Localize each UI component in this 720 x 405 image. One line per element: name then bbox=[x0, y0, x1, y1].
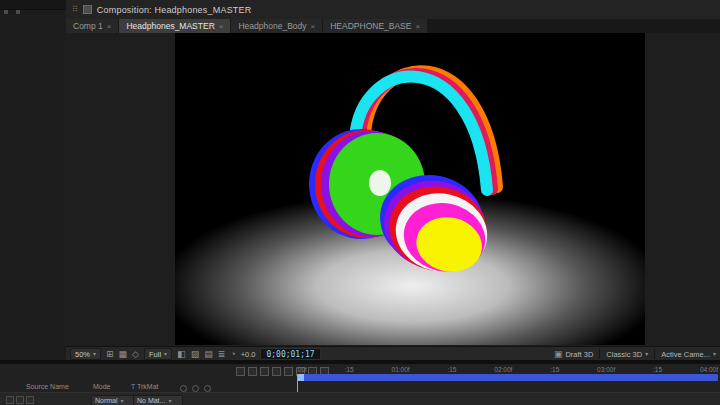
timecode-value: 0;00;01;17 bbox=[266, 350, 314, 359]
close-icon[interactable]: × bbox=[415, 22, 420, 31]
track-matte-dropdown[interactable]: No Mat... ▾ bbox=[133, 395, 183, 405]
magnification-value: 50% bbox=[75, 350, 90, 359]
composition-panel-header: ⠿ Composition: Headphones_MASTER bbox=[66, 0, 720, 19]
camera-value: Active Came... bbox=[661, 350, 710, 359]
ruler-tick-label: :15 bbox=[447, 366, 456, 373]
cube-icon: ▣ bbox=[554, 348, 563, 360]
fast-previews-icon[interactable]: ≣ bbox=[218, 348, 226, 360]
exposure-value[interactable]: +0.0 bbox=[241, 350, 256, 359]
ruler-tick-label: 01:00f bbox=[392, 366, 410, 373]
draft-3d-label: Draft 3D bbox=[565, 350, 593, 359]
tab-comp-1[interactable]: Comp 1 × bbox=[66, 19, 118, 33]
headphones-render bbox=[175, 33, 645, 345]
tab-label: HEADPHONE_BASE bbox=[330, 21, 411, 31]
layer-visibility-icon[interactable] bbox=[6, 396, 14, 404]
ruler-tick-label: :00f bbox=[296, 366, 307, 373]
close-icon[interactable]: × bbox=[107, 22, 112, 31]
trkmat-header[interactable]: T TrkMat bbox=[131, 383, 158, 390]
chevron-down-icon: ▾ bbox=[121, 398, 124, 404]
exposure-icon[interactable]: ◔ bbox=[230, 348, 235, 360]
magnification-dropdown[interactable]: 50% ▾ bbox=[70, 348, 101, 360]
ruler-tick-label: 04:00f bbox=[700, 366, 718, 373]
panel-grip-icon: ⠿ bbox=[72, 6, 78, 14]
ruler-tick-label: :15 bbox=[345, 366, 354, 373]
composition-icon bbox=[83, 5, 92, 14]
time-ruler[interactable]: :00f :15 01:00f :15 02:00f :15 03:00f :1… bbox=[296, 366, 718, 373]
timeline-option-icon[interactable] bbox=[272, 367, 281, 376]
transparency-grid-icon[interactable]: ▨ bbox=[191, 348, 200, 360]
tab-label: Headphone_Body bbox=[238, 21, 306, 31]
timeline-option-icon[interactable] bbox=[260, 367, 269, 376]
renderer-dropdown[interactable]: Classic 3D ▾ bbox=[606, 350, 648, 359]
project-panel-tab-strip bbox=[0, 0, 66, 10]
panel-grip-icon bbox=[16, 10, 20, 14]
chevron-down-icon: ▾ bbox=[164, 351, 167, 357]
mode-header[interactable]: Mode bbox=[93, 383, 111, 390]
blend-mode-value: Normal bbox=[95, 397, 118, 404]
playhead-handle[interactable] bbox=[297, 374, 304, 381]
current-time-field[interactable]: 0;00;01;17 bbox=[260, 348, 320, 360]
chevron-down-icon: ▾ bbox=[168, 398, 171, 404]
timeline-option-icon[interactable] bbox=[248, 367, 257, 376]
chevron-down-icon: ▾ bbox=[93, 351, 96, 357]
grid-options-icon[interactable]: ⊞ bbox=[106, 348, 114, 360]
track-matte-value: No Mat... bbox=[137, 397, 165, 404]
viewer-toolbar: 50% ▾ ⊞ ▦ ◇ Full ▾ ◧ ▨ ▤ ≣ ◔ +0.0 0;00;0… bbox=[66, 346, 720, 361]
source-name-header[interactable]: Source Name bbox=[26, 383, 69, 390]
project-panel bbox=[0, 0, 67, 363]
timeline-column-headers: Source Name Mode T TrkMat bbox=[0, 383, 720, 392]
layer-solo-icon[interactable] bbox=[26, 396, 34, 404]
region-of-interest-icon[interactable]: ▤ bbox=[204, 348, 213, 360]
toolbar-separator bbox=[599, 349, 600, 359]
panel-title: Composition: Headphones_MASTER bbox=[97, 5, 252, 15]
mask-visibility-icon[interactable]: ◇ bbox=[132, 348, 139, 360]
resolution-dropdown[interactable]: Full ▾ bbox=[144, 348, 172, 360]
draft-3d-toggle[interactable]: ▣ Draft 3D bbox=[554, 348, 593, 360]
resolution-value: Full bbox=[149, 350, 161, 359]
close-icon[interactable]: × bbox=[219, 22, 224, 31]
chevron-down-icon: ▾ bbox=[645, 351, 648, 357]
left-cup-center-hole bbox=[369, 170, 391, 196]
guides-icon[interactable]: ▦ bbox=[119, 348, 128, 360]
layer-audio-icon[interactable] bbox=[16, 396, 24, 404]
show-channel-icon[interactable]: ◧ bbox=[177, 348, 186, 360]
ruler-tick-label: :15 bbox=[653, 366, 662, 373]
blend-mode-dropdown[interactable]: Normal ▾ bbox=[91, 395, 137, 405]
ruler-tick-label: 02:00f bbox=[494, 366, 512, 373]
view-camera-dropdown[interactable]: Active Came... ▾ bbox=[661, 350, 716, 359]
tab-label: Headphones_MASTER bbox=[126, 21, 214, 31]
tab-headphones-master[interactable]: Headphones_MASTER × bbox=[119, 19, 230, 33]
switch-column-icon bbox=[204, 385, 211, 392]
layer-row[interactable]: Normal ▾ No Mat... ▾ bbox=[0, 392, 720, 405]
switch-column-icon bbox=[192, 385, 199, 392]
composition-viewport[interactable] bbox=[175, 33, 645, 345]
timeline-option-icon[interactable] bbox=[236, 367, 245, 376]
ruler-tick-label: :15 bbox=[550, 366, 559, 373]
viewer-tab-bar: Comp 1 × Headphones_MASTER × Headphone_B… bbox=[66, 19, 720, 33]
renderer-value: Classic 3D bbox=[606, 350, 642, 359]
tab-headphone-body[interactable]: Headphone_Body × bbox=[231, 19, 322, 33]
work-area-bar[interactable] bbox=[297, 374, 718, 381]
tab-headphone-base[interactable]: HEADPHONE_BASE × bbox=[323, 19, 427, 33]
toolbar-separator bbox=[654, 349, 655, 359]
tab-label: Comp 1 bbox=[73, 21, 103, 31]
chevron-down-icon: ▾ bbox=[713, 351, 716, 357]
timeline-panel: :00f :15 01:00f :15 02:00f :15 03:00f :1… bbox=[0, 364, 720, 405]
close-icon[interactable]: × bbox=[311, 22, 316, 31]
panel-grip-icon bbox=[4, 10, 8, 14]
timeline-option-icon[interactable] bbox=[284, 367, 293, 376]
ruler-tick-label: 03:00f bbox=[597, 366, 615, 373]
switch-column-icon bbox=[180, 385, 187, 392]
